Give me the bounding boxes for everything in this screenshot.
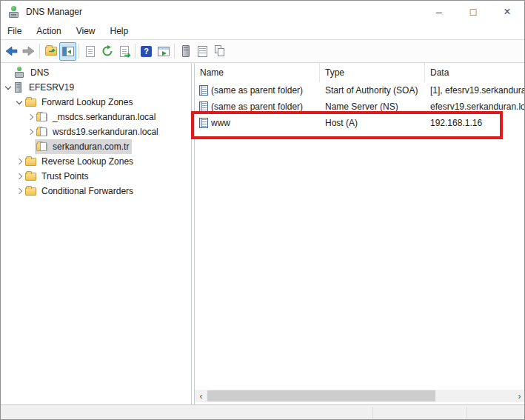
server-icon [15,82,21,93]
show-help-window-button[interactable] [155,42,172,61]
tree-item-wsrds19-zone[interactable]: wsrds19.serkanduran.local [1,124,191,139]
dns-record-icon [199,118,208,128]
toolbar: ⬏ ➜ ? [1,40,524,63]
maximize-button[interactable]: □ [456,1,490,23]
toolbar-separator [135,44,136,59]
tree-item-dns-root[interactable]: DNS [1,65,191,80]
tree-item-label: Conditional Forwarders [40,185,135,197]
record-name: (same as parent folder) [211,85,303,96]
refresh-button[interactable] [98,42,116,61]
dns-console-icon [14,67,25,79]
folder-icon [25,173,36,181]
up-one-level-icon: ⬏ [45,47,57,56]
column-header-type[interactable]: Type [320,63,425,82]
minimize-button[interactable]: – [422,1,456,23]
back-icon [5,46,18,56]
chevron-right-icon[interactable] [26,113,35,121]
forward-button[interactable] [20,42,37,61]
dns-record-icon [199,85,208,96]
horizontal-scrollbar[interactable]: ‹ › [195,390,525,402]
chevron-right-icon[interactable] [15,187,24,196]
properties-icon [86,46,95,57]
record-type: Host (A) [320,118,425,128]
tree-item-label: serkanduran.com.tr [51,141,130,153]
table-row-soa[interactable]: (same as parent folder) Start of Authori… [195,82,525,99]
zone-folder-icon [36,113,47,121]
record-name: www [211,118,230,128]
menu-view[interactable]: View [69,23,103,39]
scroll-left-arrow-icon[interactable]: ‹ [195,390,207,402]
menu-help[interactable]: Help [103,23,136,39]
chevron-down-icon[interactable] [15,98,24,107]
zone-folder-icon [36,128,47,136]
toolbar-separator [39,44,40,59]
record-data: [1], efesrv19.serkanduran. [425,85,525,96]
expander-placeholder [26,142,35,151]
table-row-www-host-a[interactable]: www Host (A) 192.168.1.16 [195,115,525,131]
server-status-button[interactable] [177,42,194,61]
column-header-data[interactable]: Data [425,63,525,82]
tree-item-label: _msdcs.serkanduran.local [51,111,157,123]
folder-icon [25,99,36,107]
properties-button[interactable] [81,42,98,61]
folder-icon [25,187,36,196]
menu-file[interactable]: File [1,23,29,39]
zone-folder-icon [36,143,47,151]
refresh-icon [101,45,113,57]
tree-item-forward-lookup-zones[interactable]: Forward Lookup Zones [1,95,191,110]
tree-item-label: DNS [29,67,50,79]
tree-item-msdcs-zone[interactable]: _msdcs.serkanduran.local [1,110,191,124]
tree-item-reverse-lookup-zones[interactable]: Reverse Lookup Zones [1,154,191,169]
status-bar [1,404,524,420]
copy-list-button[interactable] [211,42,228,61]
back-button[interactable] [3,42,20,61]
chevron-right-icon[interactable] [26,127,35,136]
tree-item-trust-points[interactable]: Trust Points [1,169,191,184]
scroll-right-arrow-icon[interactable]: › [513,390,525,402]
record-list-icon [198,46,207,57]
status-bar-divider [372,407,373,419]
record-data: efesrv19.serkanduran.loca [425,101,525,112]
record-type: Start of Authority (SOA) [320,85,425,96]
toolbar-separator [78,44,79,59]
chevron-right-icon[interactable] [15,157,24,166]
close-button[interactable]: × [490,1,524,23]
window-controls: – □ × [422,1,524,23]
copy-list-icon [214,45,226,57]
folder-icon [25,158,36,166]
tree-item-label: Reverse Lookup Zones [40,156,135,167]
chevron-down-icon[interactable] [4,83,13,92]
tree-item-label: Trust Points [40,170,90,182]
menu-bar: File Action View Help [1,23,524,40]
expander-placeholder [4,68,13,77]
console-tree-icon [62,47,74,56]
show-hide-console-tree-button[interactable] [59,42,76,61]
help-window-icon [158,47,170,56]
record-type: Name Server (NS) [320,101,425,112]
dns-manager-app-icon [8,6,20,19]
help-button[interactable]: ? [138,42,155,61]
scrollbar-track[interactable] [207,390,513,402]
export-list-button[interactable]: ➜ [116,42,133,61]
record-list-button[interactable] [194,42,211,61]
tree-item-label: wsrds19.serkanduran.local [51,126,160,138]
tree-item-serkanduran-zone-selected[interactable]: serkanduran.com.tr [1,139,191,154]
chevron-right-icon[interactable] [15,172,24,181]
table-row-ns[interactable]: (same as parent folder) Name Server (NS)… [195,99,525,115]
menu-action[interactable]: Action [29,23,68,39]
record-data: 192.168.1.16 [425,118,525,128]
forward-icon [22,46,35,56]
scrollbar-thumb[interactable] [207,390,435,401]
toolbar-separator [174,44,175,59]
dns-record-icon [199,101,208,112]
record-name: (same as parent folder) [211,101,303,112]
window-title: DNS Manager [26,7,82,17]
tree-item-conditional-forwarders[interactable]: Conditional Forwarders [1,184,191,199]
column-header-name[interactable]: Name [195,63,320,82]
console-tree-pane: DNS EFESRV19 Forward Lookup Zones _msdcs… [1,63,192,404]
dns-manager-window: DNS Manager – □ × File Action View Help … [0,0,525,420]
selected-tree-item: serkanduran.com.tr [35,139,132,154]
tree-item-label: EFESRV19 [27,81,76,93]
up-one-level-button[interactable]: ⬏ [42,42,59,61]
tree-item-server-efesrv19[interactable]: EFESRV19 [1,80,191,95]
